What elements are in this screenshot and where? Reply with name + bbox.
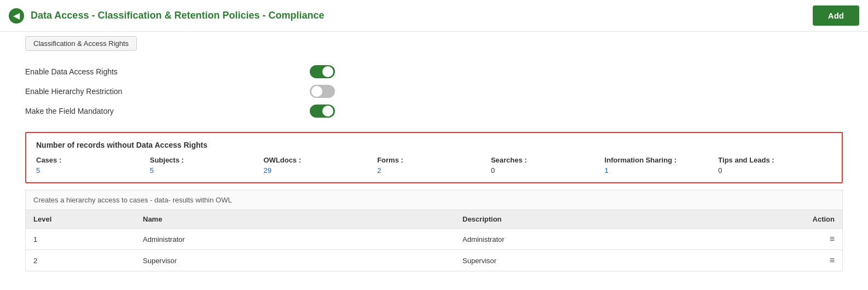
row-1-description: Administrator: [462, 235, 791, 243]
setting-label-mandatory: Make the Field Mandatory: [25, 107, 310, 115]
page-wrapper: ◀ Data Access - Classification & Retenti…: [0, 0, 868, 290]
page-title: Data Access - Classification & Retention…: [31, 10, 806, 21]
stat-subjects-value[interactable]: 5: [150, 166, 264, 175]
header: ◀ Data Access - Classification & Retenti…: [0, 0, 868, 32]
col-header-name: Name: [143, 215, 462, 223]
stat-owldocs: OWLdocs : 29: [263, 156, 377, 175]
hierarchy-section: Creates a hierarchy access to cases - da…: [25, 190, 843, 271]
stat-cases: Cases : 5: [36, 156, 150, 175]
row-2-description: Supervisor: [462, 257, 791, 265]
stat-info-sharing-label: Information Sharing :: [605, 156, 719, 164]
setting-row-data-access: Enable Data Access Rights: [25, 62, 843, 82]
stat-cases-value[interactable]: 5: [36, 166, 150, 175]
stat-forms: Forms : 2: [377, 156, 491, 175]
stat-cases-label: Cases :: [36, 156, 150, 164]
table-row: 1 Administrator Administrator ≡: [26, 229, 842, 250]
toggle-knob-hierarchy: [311, 86, 322, 97]
toggle-wrap-mandatory: [310, 105, 335, 118]
stat-tips-leads-value: 0: [718, 166, 832, 175]
row-2-name: Supervisor: [143, 257, 462, 265]
row-1-level: 1: [33, 235, 143, 243]
table-header: Level Name Description Action: [26, 210, 842, 229]
toggle-wrap-hierarchy: [310, 85, 335, 98]
stat-info-sharing-value[interactable]: 1: [605, 166, 719, 175]
records-box-title: Number of records without Data Access Ri…: [36, 141, 832, 149]
col-header-description: Description: [462, 215, 791, 223]
toggle-data-access[interactable]: [310, 65, 335, 78]
hamburger-icon-1[interactable]: ≡: [791, 234, 835, 244]
setting-row-hierarchy: Enable Hierarchy Restriction: [25, 82, 843, 101]
hamburger-icon-2[interactable]: ≡: [791, 256, 835, 265]
table-row: 2 Supervisor Supervisor ≡: [26, 250, 842, 271]
toggle-hierarchy[interactable]: [310, 85, 335, 98]
row-2-level: 2: [33, 257, 143, 265]
stat-info-sharing: Information Sharing : 1: [605, 156, 719, 175]
col-header-action: Action: [791, 215, 835, 223]
row-1-action: ≡: [791, 234, 835, 244]
toggle-knob-data-access: [322, 66, 333, 77]
row-2-action: ≡: [791, 256, 835, 265]
hierarchy-description: Creates a hierarchy access to cases - da…: [26, 190, 842, 210]
stat-forms-label: Forms :: [377, 156, 491, 164]
records-box: Number of records without Data Access Ri…: [25, 132, 843, 183]
row-1-name: Administrator: [143, 235, 462, 243]
stat-tips-leads-label: Tips and Leads :: [718, 156, 832, 164]
stat-owldocs-label: OWLdocs :: [263, 156, 377, 164]
toggle-knob-mandatory: [322, 106, 333, 117]
tab-bar: Classification & Access Rights: [0, 32, 868, 55]
stat-searches: Searches : 0: [491, 156, 605, 175]
classification-access-rights-tab[interactable]: Classification & Access Rights: [25, 36, 137, 51]
col-header-level: Level: [33, 215, 143, 223]
setting-label-data-access: Enable Data Access Rights: [25, 67, 310, 76]
records-stats: Cases : 5 Subjects : 5 OWLdocs : 29 Form…: [36, 156, 832, 175]
stat-owldocs-value[interactable]: 29: [263, 166, 377, 175]
stat-searches-value: 0: [491, 166, 605, 175]
back-button[interactable]: ◀: [9, 8, 24, 24]
toggle-wrap-data-access: [310, 65, 335, 78]
stat-subjects-label: Subjects :: [150, 156, 264, 164]
toggle-mandatory[interactable]: [310, 105, 335, 118]
stat-searches-label: Searches :: [491, 156, 605, 164]
settings-section: Enable Data Access Rights Enable Hierarc…: [0, 55, 868, 125]
stat-forms-value[interactable]: 2: [377, 166, 491, 175]
setting-row-mandatory: Make the Field Mandatory: [25, 101, 843, 121]
setting-label-hierarchy: Enable Hierarchy Restriction: [25, 87, 310, 96]
stat-subjects: Subjects : 5: [150, 156, 264, 175]
stat-tips-leads: Tips and Leads : 0: [718, 156, 832, 175]
add-button[interactable]: Add: [813, 5, 859, 26]
